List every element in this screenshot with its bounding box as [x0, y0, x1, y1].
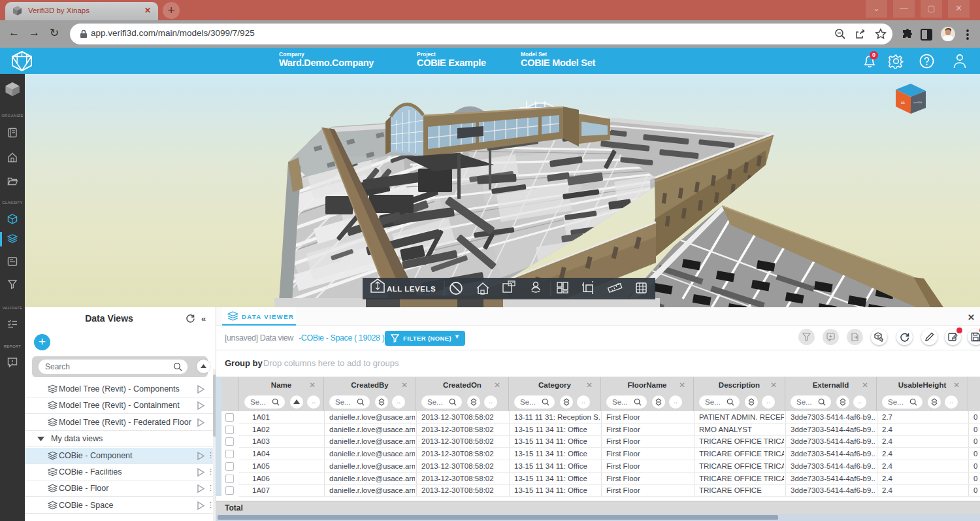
svg-text:Lik: Lik: [901, 101, 906, 105]
svg-text:ALL LEVELS: ALL LEVELS: [387, 285, 436, 293]
svg-text:verifi3d: verifi3d: [913, 101, 922, 104]
